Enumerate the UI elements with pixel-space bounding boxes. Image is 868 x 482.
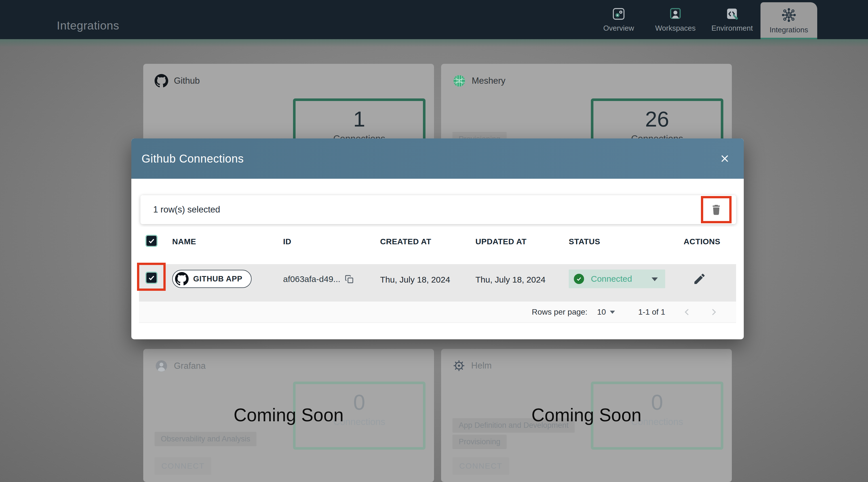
close-icon [720, 153, 730, 164]
column-header-actions: ACTIONS [684, 237, 720, 246]
status-check-icon [574, 274, 584, 284]
nav-item-integrations-active-tab[interactable]: Integrations [761, 2, 817, 39]
previous-page-button[interactable] [682, 307, 692, 317]
connection-id: af063afa-d49... [283, 274, 340, 284]
check-icon [148, 237, 155, 245]
card-name: Helm [471, 361, 492, 371]
chevron-left-icon [682, 307, 692, 317]
card-name: Grafana [174, 361, 206, 371]
page-title: Integrations [57, 19, 119, 32]
created-at-value: Thu, July 18, 2024 [380, 275, 450, 284]
column-header-status[interactable]: STATUS [569, 237, 600, 246]
environment-icon [725, 7, 739, 21]
pagination-bar: Rows per page: 10 1-1 of 1 [139, 302, 736, 323]
rows-per-page-label: Rows per page: [532, 307, 587, 317]
column-header-name[interactable]: NAME [172, 237, 196, 246]
meshery-icon [453, 74, 466, 88]
github-connections-modal: Github Connections 1 row(s) selected [131, 139, 744, 339]
integration-card-helm: Helm 0 Connections Coming Soon App Defin… [441, 349, 732, 482]
integration-card-grafana: Grafana 0 Connections Coming Soon Observ… [143, 349, 434, 482]
column-header-created-at[interactable]: CREATED AT [380, 237, 431, 246]
nav-item-workspaces[interactable]: Workspaces [647, 0, 704, 39]
github-icon [155, 74, 168, 88]
next-page-button[interactable] [709, 307, 718, 317]
edit-icon [693, 272, 706, 286]
card-name: Github [174, 76, 200, 86]
status-dropdown[interactable]: Connected [569, 270, 665, 288]
rows-per-page-value: 10 [597, 307, 606, 317]
selection-toolbar: 1 row(s) selected [141, 195, 736, 224]
connections-count: 1 [296, 109, 423, 130]
grafana-avatar-icon [155, 359, 168, 373]
selected-rows-text: 1 row(s) selected [153, 205, 220, 215]
rows-per-page-select[interactable]: 10 [597, 307, 615, 317]
table-header-row: NAME ID CREATED AT UPDATED AT STATUS ACT… [139, 227, 736, 264]
annotation-highlight-delete [701, 196, 732, 223]
nav-item-environment[interactable]: Environment [704, 0, 761, 39]
modal-title: Github Connections [142, 152, 244, 165]
connection-name: GITHUB APP [193, 275, 243, 283]
status-value: Connected [591, 274, 632, 284]
nav-label: Environment [711, 24, 753, 33]
nav-item-overview[interactable]: Overview [590, 0, 647, 39]
nav-label: Integrations [770, 26, 808, 34]
select-all-checkbox[interactable] [146, 236, 157, 246]
workspaces-icon [668, 7, 682, 21]
coming-soon-overlay: Coming Soon [441, 404, 732, 426]
nav-label: Workspaces [655, 24, 696, 33]
edit-connection-button[interactable] [693, 272, 706, 286]
coming-soon-overlay: Coming Soon [143, 404, 434, 426]
delete-selected-button[interactable] [710, 203, 723, 216]
column-header-id[interactable]: ID [283, 237, 291, 246]
modal-header: Github Connections [131, 139, 744, 179]
table-row: GITHUB APP af063afa-d49... Thu, July 18,… [139, 264, 736, 302]
id-cell: af063afa-d49... [283, 274, 354, 284]
helm-icon [453, 359, 465, 372]
connections-count: 26 [593, 109, 721, 130]
overview-icon [612, 7, 626, 21]
chevron-right-icon [709, 307, 718, 317]
pagination-range: 1-1 of 1 [638, 307, 665, 317]
github-icon [175, 272, 189, 286]
category-tag: Provisioning [453, 434, 507, 449]
row-checkbox[interactable] [146, 273, 157, 283]
updated-at-value: Thu, July 18, 2024 [475, 275, 546, 284]
chevron-down-icon [610, 311, 615, 314]
close-button[interactable] [718, 151, 732, 166]
connection-name-chip[interactable]: GITHUB APP [172, 270, 252, 288]
trash-icon [710, 203, 723, 216]
column-header-updated-at[interactable]: UPDATED AT [475, 237, 526, 246]
integrations-icon [781, 7, 797, 23]
connect-button[interactable]: CONNECT [453, 457, 509, 475]
card-name: Meshery [472, 76, 505, 86]
chevron-down-icon [652, 277, 658, 281]
connect-button[interactable]: CONNECT [155, 457, 211, 475]
app-bar: Integrations Overview Workspaces [0, 0, 868, 39]
top-nav: Overview Workspaces Environmen [590, 0, 817, 39]
category-tag: Observability and Analysis [155, 432, 256, 446]
nav-label: Overview [603, 24, 634, 33]
screen: Integrations Overview Workspaces [0, 0, 868, 482]
copy-icon[interactable] [344, 274, 354, 284]
check-icon [148, 274, 155, 281]
